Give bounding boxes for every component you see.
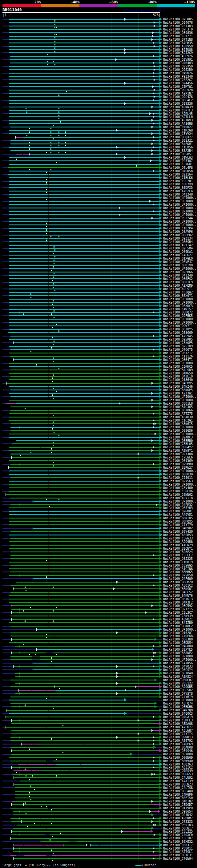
alignment-segment[interactable] xyxy=(10,680,155,680)
alignment-segment[interactable] xyxy=(9,299,159,300)
alignment-segment[interactable] xyxy=(9,352,159,353)
alignment-segment[interactable] xyxy=(9,177,159,178)
alignment-segment[interactable] xyxy=(9,103,159,104)
alignment-segment[interactable] xyxy=(9,248,159,249)
alignment-segment[interactable] xyxy=(13,588,159,589)
alignment-segment[interactable] xyxy=(10,427,159,428)
alignment-segment[interactable] xyxy=(9,339,159,340)
alignment-segment[interactable] xyxy=(9,181,159,182)
alignment-segment[interactable] xyxy=(15,794,159,795)
alignment-segment[interactable] xyxy=(9,420,159,421)
alignment-segment[interactable] xyxy=(9,52,159,53)
alignment-segment[interactable] xyxy=(10,571,159,572)
alignment-segment[interactable] xyxy=(10,696,159,698)
alignment-segment[interactable] xyxy=(9,302,159,303)
alignment-segment[interactable] xyxy=(8,174,159,175)
alignment-segment[interactable] xyxy=(10,808,48,809)
alignment-segment[interactable] xyxy=(50,834,159,835)
alignment-segment[interactable] xyxy=(13,858,159,859)
alignment-segment[interactable] xyxy=(9,416,159,417)
alignment-segment[interactable] xyxy=(9,261,159,262)
alignment-segment[interactable] xyxy=(9,90,159,91)
alignment-segment[interactable] xyxy=(8,467,159,468)
alignment-segment[interactable] xyxy=(9,66,159,67)
alignment-segment[interactable] xyxy=(16,855,24,856)
alignment-segment[interactable] xyxy=(10,140,159,141)
alignment-segment[interactable] xyxy=(9,93,159,94)
alignment-segment[interactable] xyxy=(15,791,159,792)
alignment-segment[interactable] xyxy=(9,116,159,117)
alignment-segment[interactable] xyxy=(9,39,159,40)
alignment-segment[interactable] xyxy=(10,376,159,377)
alignment-segment[interactable] xyxy=(9,36,159,37)
alignment-segment[interactable] xyxy=(23,154,29,155)
alignment-segment[interactable] xyxy=(10,818,159,819)
alignment-segment[interactable] xyxy=(6,383,159,384)
alignment-segment[interactable] xyxy=(52,855,159,856)
alignment-segment[interactable] xyxy=(9,700,124,701)
alignment-segment[interactable] xyxy=(40,659,159,660)
alignment-segment[interactable] xyxy=(9,204,159,205)
alignment-segment[interactable] xyxy=(9,241,159,242)
alignment-segment[interactable] xyxy=(9,518,159,519)
alignment-segment[interactable] xyxy=(10,430,159,431)
alignment-segment[interactable] xyxy=(9,76,159,77)
alignment-segment[interactable] xyxy=(9,201,159,202)
alignment-segment[interactable] xyxy=(10,406,159,407)
alignment-segment[interactable] xyxy=(15,137,23,137)
alignment-segment[interactable] xyxy=(32,656,40,656)
alignment-segment[interactable] xyxy=(10,555,159,556)
alignment-segment[interactable] xyxy=(9,450,159,451)
alignment-segment[interactable] xyxy=(9,488,159,488)
alignment-segment[interactable] xyxy=(10,616,159,616)
alignment-segment[interactable] xyxy=(11,750,155,751)
alignment-segment[interactable] xyxy=(69,841,77,842)
alignment-segment[interactable] xyxy=(9,278,159,279)
alignment-segment[interactable] xyxy=(9,69,159,70)
alignment-segment[interactable] xyxy=(10,370,159,370)
alignment-segment[interactable] xyxy=(13,848,159,849)
alignment-segment[interactable] xyxy=(9,120,159,121)
alignment-segment[interactable] xyxy=(11,639,155,640)
alignment-segment[interactable] xyxy=(9,322,159,323)
alignment-segment[interactable] xyxy=(9,437,159,438)
alignment-segment[interactable] xyxy=(20,780,159,781)
alignment-segment[interactable] xyxy=(10,558,159,559)
alignment-segment[interactable] xyxy=(152,804,159,805)
alignment-segment[interactable] xyxy=(9,312,159,313)
alignment-segment[interactable] xyxy=(9,541,159,542)
alignment-segment[interactable] xyxy=(13,845,62,845)
alignment-segment[interactable] xyxy=(9,245,159,246)
alignment-segment[interactable] xyxy=(10,477,159,478)
alignment-segment[interactable] xyxy=(56,690,159,691)
alignment-segment[interactable] xyxy=(13,666,159,667)
alignment-segment[interactable] xyxy=(121,831,151,832)
alignment-segment[interactable] xyxy=(153,730,159,731)
alignment-segment[interactable] xyxy=(11,706,155,707)
alignment-segment[interactable] xyxy=(5,716,159,717)
alignment-segment[interactable] xyxy=(9,255,159,255)
alignment-segment[interactable] xyxy=(10,761,46,762)
alignment-segment[interactable] xyxy=(11,834,45,835)
alignment-segment[interactable] xyxy=(33,528,159,529)
alignment-segment[interactable] xyxy=(10,423,159,424)
alignment-segment[interactable] xyxy=(13,811,151,812)
alignment-segment[interactable] xyxy=(155,723,159,724)
alignment-segment[interactable] xyxy=(9,19,159,20)
alignment-segment[interactable] xyxy=(9,224,159,225)
alignment-segment[interactable] xyxy=(46,761,53,761)
alignment-segment[interactable] xyxy=(9,194,159,195)
alignment-segment[interactable] xyxy=(10,498,159,498)
alignment-segment[interactable] xyxy=(13,770,39,771)
alignment-segment[interactable] xyxy=(11,609,159,610)
alignment-segment[interactable] xyxy=(9,575,159,576)
alignment-segment[interactable] xyxy=(39,770,159,771)
alignment-segment[interactable] xyxy=(9,713,124,714)
alignment-segment[interactable] xyxy=(9,46,159,47)
alignment-segment[interactable] xyxy=(9,42,159,43)
alignment-segment[interactable] xyxy=(11,723,155,724)
alignment-segment[interactable] xyxy=(13,777,159,778)
alignment-segment[interactable] xyxy=(9,474,159,475)
alignment-segment[interactable] xyxy=(11,754,130,755)
alignment-segment[interactable] xyxy=(10,747,153,748)
